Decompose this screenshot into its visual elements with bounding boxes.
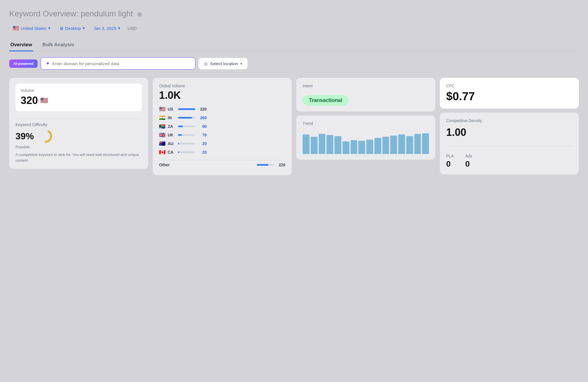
filters-row: 🇺🇸 United States ▾ 🖥 Desktop ▾ Jan 3, 20… (9, 24, 579, 33)
trend-bar-14 (406, 136, 413, 154)
trend-bar-12 (390, 136, 397, 154)
tab-bulk-analysis[interactable]: Bulk Analysis (41, 40, 76, 51)
trend-chart (303, 131, 429, 154)
country-row-au: 🇦🇺 AU 20 (159, 140, 285, 147)
bar-in (178, 117, 192, 119)
page-header: Keyword Overview: pendulum light ⊕ (9, 9, 579, 18)
bar-bg-za (178, 126, 195, 127)
pla-label: PLA (446, 154, 454, 158)
cpc-value: $0.77 (446, 90, 572, 103)
kd-donut-chart (38, 129, 53, 144)
trend-bar-7 (351, 140, 357, 154)
tab-overview[interactable]: Overview (9, 40, 33, 51)
trend-bar-1 (303, 134, 310, 154)
cpc-card: CPC $0.77 (440, 78, 579, 109)
pla-item: PLA 0 (446, 154, 454, 169)
keyword-name: pendulum light (81, 9, 133, 18)
date-label: Jan 3, 2025 (94, 26, 116, 31)
flag-in: 🇮🇳 (159, 115, 165, 121)
code-au: AU (168, 141, 176, 146)
bar-ca (178, 151, 179, 153)
trend-bar-3 (319, 134, 326, 154)
country-row-other: Other 220 (159, 163, 285, 167)
bar-uk (178, 134, 182, 136)
volume-section: Volume 320 🇺🇸 (16, 84, 142, 111)
comp-divider (446, 146, 572, 146)
kd-section: Keyword Difficulty 39% Possible A compet… (16, 122, 142, 163)
trend-bar-13 (398, 134, 405, 154)
pla-ads-row: PLA 0 Ads 0 (446, 154, 572, 169)
comp-density-label: Competitive Density (446, 118, 572, 123)
pla-value: 0 (446, 159, 454, 169)
bar-other (257, 164, 268, 166)
global-volume-card: Global Volume 1.0K 🇺🇸 US 320 🇮🇳 IN 260 🇿… (153, 78, 292, 175)
flag-ca: 🇨🇦 (159, 149, 165, 155)
intent-card: Intent Transactional (296, 78, 435, 111)
device-icon: 🖥 (59, 26, 63, 31)
country-divider (159, 160, 285, 160)
trend-bar-5 (334, 136, 341, 154)
bar-bg-ca (178, 151, 195, 153)
country-label: United States (21, 26, 47, 31)
bar-us (178, 108, 195, 110)
country-row-uk: 🇬🇧 UK 70 (159, 132, 285, 138)
page-title: Keyword Overview: pendulum light ⊕ (9, 9, 579, 18)
kd-row: 39% (16, 129, 142, 144)
cpc-comp-column: CPC $0.77 Competitive Density 1.00 PLA 0… (440, 78, 579, 174)
volume-flag: 🇺🇸 (40, 97, 48, 104)
intent-trend-column: Intent Transactional Trend (296, 78, 435, 160)
add-keyword-icon[interactable]: ⊕ (137, 11, 142, 18)
trend-bar-8 (358, 141, 365, 154)
country-row-in: 🇮🇳 IN 260 (159, 115, 285, 121)
tabs-row: Overview Bulk Analysis (9, 40, 579, 51)
ai-powered-badge: AI-powered (9, 59, 38, 68)
volume-value: 320 🇺🇸 (21, 94, 137, 107)
kd-description: A competitive keyword to rank for. You w… (16, 152, 142, 163)
trend-bar-9 (366, 140, 373, 154)
country-chevron-icon: ▾ (48, 26, 51, 31)
code-uk: UK (168, 133, 176, 137)
flag-uk: 🇬🇧 (159, 132, 165, 138)
search-row: AI-powered ✦ ◎ Select location ▾ (9, 57, 579, 70)
val-au: 20 (198, 141, 207, 146)
comp-density-value: 1.00 (446, 126, 572, 138)
device-filter[interactable]: 🖥 Desktop ▾ (56, 24, 88, 32)
location-select-button[interactable]: ◎ Select location ▾ (198, 58, 248, 70)
global-volume-label: Global Volume (159, 84, 285, 88)
device-label: Desktop (65, 26, 81, 31)
domain-input[interactable] (52, 61, 190, 66)
val-in: 260 (198, 115, 207, 120)
code-us: US (168, 107, 176, 111)
bar-bg-in (178, 117, 195, 119)
trend-label: Trend (303, 121, 429, 126)
trend-bar-11 (382, 137, 389, 154)
trend-card: Trend (296, 115, 435, 160)
cards-grid: Volume 320 🇺🇸 Keyword Difficulty 39% Pos… (9, 78, 579, 175)
val-us: 320 (198, 107, 207, 111)
date-chevron-icon: ▾ (118, 26, 120, 31)
bar-au (178, 143, 179, 144)
country-filter[interactable]: 🇺🇸 United States ▾ (9, 24, 54, 33)
domain-input-wrapper[interactable]: ✦ (40, 57, 196, 70)
bar-bg-other (257, 164, 274, 166)
competitive-density-card: Competitive Density 1.00 PLA 0 Ads 0 (440, 113, 579, 174)
location-chevron-icon: ▾ (240, 61, 242, 66)
country-row-za: 🇿🇦 ZA 90 (159, 123, 285, 130)
trend-bar-16 (422, 133, 429, 154)
bar-bg-au (178, 143, 195, 144)
code-in: IN (168, 115, 176, 120)
flag-au: 🇦🇺 (159, 140, 165, 147)
location-icon: ◎ (204, 61, 208, 66)
val-other: 220 (276, 163, 285, 167)
date-filter[interactable]: Jan 3, 2025 ▾ (90, 24, 123, 32)
country-row-us: 🇺🇸 US 320 (159, 106, 285, 112)
kd-value: 39% (16, 131, 34, 142)
divider (16, 119, 142, 119)
cpc-label: CPC (446, 84, 572, 88)
possible-label: Possible (16, 145, 142, 149)
bar-bg-us (178, 108, 195, 110)
val-za: 90 (198, 124, 207, 129)
val-uk: 70 (198, 133, 207, 137)
country-flag: 🇺🇸 (13, 25, 19, 31)
kd-label: Keyword Difficulty (16, 122, 142, 127)
